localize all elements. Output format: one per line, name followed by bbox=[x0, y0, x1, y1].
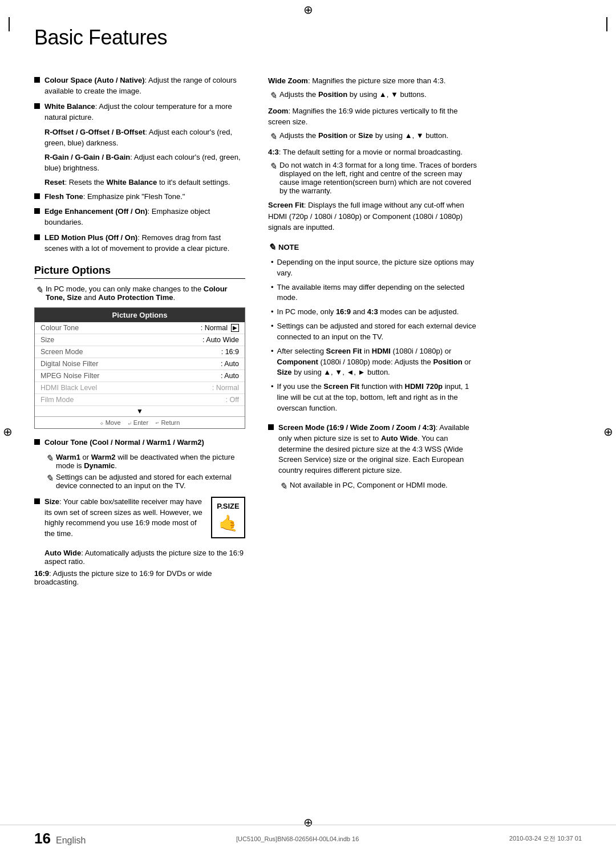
bullet-led-text: LED Motion Plus (Off / On): Removes drag… bbox=[44, 233, 245, 254]
mid-compass-left-icon: ⊕ bbox=[3, 425, 13, 439]
footer: 16 English [UC5100_Rus]BN68-02656H-00L04… bbox=[0, 825, 616, 852]
psize-button: P.SIZE 🤙 bbox=[211, 497, 245, 538]
warm-note: ✎ Warm1 or Warm2 will be deactivated whe… bbox=[44, 453, 245, 470]
note-item-1-text: Depending on the input source, the pictu… bbox=[277, 257, 479, 279]
note-item-3: In PC mode, only 16:9 and 4:3 modes can … bbox=[268, 307, 479, 318]
note-item-4-text: Settings can be adjusted and stored for … bbox=[277, 321, 479, 343]
footer-left: 16 English bbox=[34, 830, 86, 847]
flesh-tone-text: : Emphasize pink "Flesh Tone." bbox=[83, 192, 185, 201]
note-header-icon: ✎ bbox=[268, 242, 275, 253]
r-gain-bold: R-Gain / G-Gain / B-Gain bbox=[44, 153, 130, 161]
bullet-size: P.SIZE 🤙 Size: Your cable box/satellite … bbox=[34, 497, 245, 544]
r-offset-bold: R-Offset / G-Offset / B-Offset bbox=[44, 128, 145, 136]
table-row: Colour Tone : Normal ▶ bbox=[35, 322, 245, 334]
warm-note-text: Warm1 or Warm2 will be deactivated when … bbox=[56, 453, 245, 470]
picture-options-table: Picture Options Colour Tone : Normal ▶ S… bbox=[34, 307, 245, 429]
settings-note-text: Settings can be adjusted and stored for … bbox=[56, 473, 245, 490]
po-film-label: Film Mode bbox=[40, 396, 74, 404]
screen-mode-note-text: Not available in PC, Component or HDMI m… bbox=[290, 481, 448, 489]
table-row: MPEG Noise Filter : Auto bbox=[35, 370, 245, 382]
page-number: 16 bbox=[34, 830, 51, 847]
bullet-square-4-icon bbox=[34, 208, 40, 214]
picture-options-intro: ✎ In PC mode, you can only make changes … bbox=[34, 285, 245, 302]
ratio-4-3-text: : The default setting for a movie or nor… bbox=[279, 148, 463, 156]
po-colour-tone-label: Colour Tone bbox=[40, 324, 79, 332]
po-film-value: : Off bbox=[226, 396, 239, 404]
ratio-4-3-bold: 4:3 bbox=[268, 148, 279, 156]
note-section: ✎ NOTE Depending on the input source, th… bbox=[268, 242, 479, 414]
colour-space-bold: Colour Space (Auto / Native) bbox=[44, 76, 145, 84]
po-screen-mode-label: Screen Mode bbox=[40, 348, 83, 356]
po-mpeg-value: : Auto bbox=[221, 372, 239, 380]
bullet-square-8-icon bbox=[268, 424, 274, 430]
hdmi-note-bold: HDMI bbox=[372, 347, 391, 355]
reset-text: : Resets the bbox=[64, 178, 106, 186]
table-row: Film Mode : Off bbox=[35, 394, 245, 406]
table-nav: ⬦ Move ↵ Enter ↩ Return bbox=[35, 416, 245, 428]
right-column: Wide Zoom: Magnifies the picture size mo… bbox=[257, 75, 513, 590]
position-bold-1: Position bbox=[318, 90, 347, 99]
footer-date: 2010-03-24 오전 10:37 01 bbox=[509, 834, 582, 843]
wide-zoom-note-text: Adjusts the Position by using ▲, ▼ butto… bbox=[279, 90, 427, 99]
bullet-square-3-icon bbox=[34, 193, 40, 199]
ratio-4-3-para: 4:3: The default setting for a movie or … bbox=[268, 147, 479, 158]
po-colour-tone-value: : Normal ▶ bbox=[201, 324, 239, 332]
ratio-16-9-text: : Adjusts the picture size to 16:9 for D… bbox=[34, 569, 212, 586]
po-dnf-label: Digital Noise Filter bbox=[40, 360, 98, 368]
note-4-3: 4:3 bbox=[367, 307, 378, 316]
hdmi-720p-bold: HDMI 720p bbox=[405, 382, 443, 391]
note-item-4: Settings can be adjusted and stored for … bbox=[268, 321, 479, 343]
component-note-bold: Component bbox=[277, 358, 318, 366]
warm1-bold: Warm1 bbox=[56, 453, 80, 461]
led-bold: LED Motion Plus (Off / On) bbox=[44, 233, 137, 242]
po-dnf-value: : Auto bbox=[221, 360, 239, 368]
left-column: Colour Space (Auto / Native): Adjust the… bbox=[0, 75, 257, 590]
note-header-text: NOTE bbox=[278, 243, 299, 251]
mid-compass-right-icon: ⊕ bbox=[603, 425, 613, 439]
memo-icon-2: ✎ bbox=[46, 453, 53, 464]
wide-zoom-bold: Wide Zoom bbox=[268, 76, 308, 85]
bullet-square-2-icon bbox=[34, 103, 40, 109]
bullet-white-balance-text: White Balance: Adjust the colour tempera… bbox=[44, 102, 245, 123]
wide-zoom-note: ✎ Adjusts the Position by using ▲, ▼ but… bbox=[268, 90, 479, 101]
table-row: Digital Noise Filter : Auto bbox=[35, 358, 245, 370]
screen-fit-note-bold: Screen Fit bbox=[326, 347, 362, 355]
bullet-screen-mode: Screen Mode (16:9 / Wide Zoom / Zoom / 4… bbox=[268, 423, 479, 476]
wide-zoom-para: Wide Zoom: Magnifies the picture size mo… bbox=[268, 75, 479, 87]
zoom-note: ✎ Adjusts the Position or Size by using … bbox=[268, 131, 479, 142]
ratio-4-3-note-text: Do not watch in 4:3 format for a long ti… bbox=[279, 161, 479, 195]
wide-zoom-text: : Magnifies the picture size more than 4… bbox=[308, 76, 445, 85]
side-marker-left bbox=[9, 17, 10, 31]
memo-icon-6: ✎ bbox=[269, 161, 277, 172]
position-note-bold: Position bbox=[433, 358, 462, 366]
intro-text: In PC mode, you can only make changes to… bbox=[46, 285, 245, 302]
memo-icon-5: ✎ bbox=[269, 131, 277, 142]
po-hdmi-value: : Normal bbox=[212, 384, 239, 392]
r-gain-block: R-Gain / G-Gain / B-Gain: Adjust each co… bbox=[44, 152, 245, 174]
reset-bold: Reset bbox=[44, 178, 64, 186]
po-arrow-icon: ▶ bbox=[231, 324, 239, 332]
bullet-white-balance: White Balance: Adjust the colour tempera… bbox=[34, 102, 245, 123]
note-item-5: After selecting Screen Fit in HDMI (1080… bbox=[268, 346, 479, 379]
screen-mode-note: ✎ Not available in PC, Component or HDMI… bbox=[278, 481, 479, 492]
psize-label: P.SIZE bbox=[217, 502, 240, 510]
bullet-square-icon bbox=[34, 77, 40, 83]
settings-note: ✎ Settings can be adjusted and stored fo… bbox=[44, 473, 245, 490]
ratio-16-9-bold: 16:9 bbox=[34, 569, 49, 578]
size-text: Size: Your cable box/satellite receiver … bbox=[44, 497, 202, 538]
size-note-bold: Size bbox=[277, 368, 292, 376]
po-size-label: Size bbox=[40, 336, 54, 344]
po-screen-mode-value: : 16:9 bbox=[221, 348, 239, 356]
footer-file: [UC5100_Rus]BN68-02656H-00L04.indb 16 bbox=[236, 835, 359, 842]
table-header: Picture Options bbox=[35, 308, 245, 322]
memo-icon: ✎ bbox=[35, 285, 43, 295]
ratio-4-3-note: ✎ Do not watch in 4:3 format for a long … bbox=[268, 161, 479, 195]
screen-mode-bullet-text: Screen Mode (16:9 / Wide Zoom / Zoom / 4… bbox=[278, 423, 479, 476]
edge-bold: Edge Enhancement (Off / On) bbox=[44, 207, 148, 216]
zoom-note-text: Adjusts the Position or Size by using ▲,… bbox=[279, 131, 448, 140]
note-item-5-text: After selecting Screen Fit in HDMI (1080… bbox=[277, 346, 479, 379]
note-item-2-text: The available items may differ depending… bbox=[277, 282, 479, 304]
zoom-text: : Magnifies the 16:9 wide pictures verti… bbox=[268, 107, 457, 127]
flesh-tone-bold: Flesh Tone bbox=[44, 192, 83, 201]
r-offset-block: R-Offset / G-Offset / B-Offset: Adjust e… bbox=[44, 127, 245, 149]
